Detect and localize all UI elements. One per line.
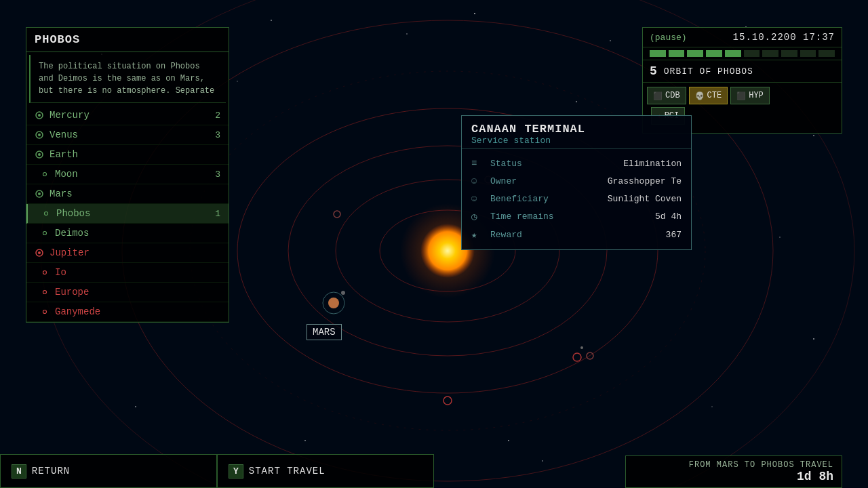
svg-point-38 — [38, 134, 41, 136]
canaan-value-beneficiary: Sunlight Coven — [608, 194, 682, 204]
speed-segment-4 — [725, 50, 741, 57]
return-button[interactable]: N RETURN — [0, 454, 217, 488]
speed-segment-1 — [669, 50, 685, 57]
europe-icon — [40, 287, 50, 297]
left-panel: PHOBOS The political situation on Phobos… — [26, 27, 229, 323]
hud-time-bar: (pause) 15.10.2200 17:37 — [643, 28, 842, 47]
hud-orbit-name: ORBIT OF PHOBOS — [664, 66, 753, 77]
mercury-icon — [35, 110, 44, 120]
canaan-value-reward: 367 — [666, 230, 682, 240]
canaan-icon-reward: ★ — [471, 229, 484, 241]
earth-icon — [35, 150, 44, 159]
ganymede-label: Ganymede — [55, 306, 100, 317]
svg-point-11 — [237, 81, 238, 82]
canaan-icon-owner: ☺ — [471, 176, 484, 186]
planet-item-moon[interactable]: Moon3 — [26, 165, 229, 184]
speed-segment-8 — [800, 50, 816, 57]
svg-point-45 — [43, 232, 47, 235]
moon-count: 3 — [215, 169, 220, 180]
svg-point-13 — [576, 101, 577, 102]
return-key: N — [12, 464, 26, 479]
svg-point-41 — [43, 173, 47, 176]
speed-segment-7 — [781, 50, 797, 57]
hud-orbit-num: 5 — [650, 64, 657, 78]
travel-info-title: FROM MARS TO PHOBOS TRAVEL — [634, 460, 833, 470]
planet-item-io[interactable]: Io — [26, 263, 229, 283]
svg-point-50 — [43, 310, 47, 314]
svg-point-44 — [45, 212, 48, 216]
svg-point-16 — [813, 135, 814, 136]
speed-segment-2 — [687, 50, 703, 57]
planet-item-venus[interactable]: Venus3 — [26, 125, 229, 145]
travel-info-panel: FROM MARS TO PHOBOS TRAVEL 1d 8h — [625, 455, 842, 488]
svg-point-4 — [610, 40, 611, 41]
jupiter-label: Jupiter — [50, 247, 90, 258]
earth-label: Earth — [50, 149, 78, 160]
svg-point-15 — [508, 440, 509, 441]
canaan-icon-status: ≡ — [471, 158, 484, 169]
svg-point-40 — [38, 153, 41, 156]
svg-point-2 — [271, 20, 272, 21]
canaan-row-time-remains: ◷Time remains5d 4h — [462, 207, 691, 226]
hud-date: 15.10.2200 17:37 — [733, 32, 835, 43]
planet-item-phobos[interactable]: Phobos1 — [26, 204, 229, 224]
canaan-subtitle: Service station — [471, 136, 682, 146]
travel-key: Y — [229, 464, 243, 479]
planet-item-earth[interactable]: Earth — [26, 145, 229, 165]
phobos-count: 1 — [215, 209, 220, 219]
io-label: Io — [55, 267, 66, 278]
speed-segment-3 — [706, 50, 722, 57]
canaan-row-owner: ☺OwnerGrasshopper Te — [462, 172, 691, 190]
speed-segment-5 — [744, 50, 760, 57]
hud-speed-bar — [643, 47, 842, 60]
svg-point-9 — [779, 237, 781, 238]
hud-btn-cdb[interactable]: ⬛CDB — [647, 87, 686, 104]
canaan-label-reward: Reward — [490, 230, 659, 240]
planet-item-mercury[interactable]: Mercury2 — [26, 106, 229, 125]
canaan-label-beneficiary: Beneficiary — [490, 194, 601, 204]
mars-icon — [35, 189, 44, 199]
svg-point-6 — [135, 406, 136, 407]
travel-info-time: 1d 8h — [634, 470, 833, 483]
svg-point-14 — [711, 406, 713, 407]
canaan-terminal-popup: CANAAN TERMINAL Service station ≡StatusE… — [461, 115, 692, 250]
canaan-header: CANAAN TERMINAL Service station — [462, 116, 691, 149]
canaan-title: CANAAN TERMINAL — [471, 123, 682, 136]
venus-label: Venus — [50, 129, 78, 140]
canaan-label-status: Status — [490, 159, 616, 169]
planet-item-europe[interactable]: Europe — [26, 283, 229, 302]
planet-item-deimos[interactable]: Deimos — [26, 224, 229, 243]
canaan-icon-beneficiary: ☺ — [471, 193, 484, 204]
canaan-body: ≡StatusElimination☺OwnerGrasshopper Te☺B… — [462, 149, 691, 249]
svg-point-48 — [43, 271, 47, 274]
svg-point-49 — [43, 291, 47, 294]
canaan-value-owner: Grasshopper Te — [608, 176, 682, 186]
start-travel-button[interactable]: Y START TRAVEL — [217, 454, 434, 488]
svg-point-8 — [813, 338, 814, 340]
canaan-value-time-remains: 5d 4h — [655, 211, 682, 222]
jupiter-icon — [35, 248, 44, 258]
hud-btn-cte[interactable]: 💀CTE — [689, 87, 728, 104]
svg-point-47 — [38, 251, 41, 254]
europe-label: Europe — [55, 287, 89, 298]
mars-label: MARS — [307, 324, 342, 340]
location-title: PHOBOS — [35, 33, 220, 46]
svg-point-43 — [38, 192, 41, 195]
deimos-label: Deimos — [55, 228, 89, 239]
hud-btn-hyp[interactable]: ⬛HYP — [730, 87, 770, 104]
moon-icon — [40, 169, 50, 179]
io-icon — [40, 268, 50, 277]
speed-segment-0 — [650, 50, 666, 57]
venus-icon — [35, 130, 44, 140]
svg-point-29 — [580, 346, 583, 349]
svg-point-12 — [406, 33, 408, 35]
planet-list: Mercury2 Venus3 Earth Moon3 Mars Phobos1… — [26, 106, 229, 322]
svg-point-36 — [38, 114, 41, 117]
planet-item-ganymede[interactable]: Ganymede — [26, 302, 229, 322]
planet-item-jupiter[interactable]: Jupiter — [26, 243, 229, 263]
mars-label: Mars — [50, 188, 73, 199]
ganymede-icon — [40, 307, 50, 317]
speed-segment-9 — [818, 50, 835, 57]
venus-count: 3 — [215, 130, 220, 140]
planet-item-mars[interactable]: Mars — [26, 184, 229, 204]
